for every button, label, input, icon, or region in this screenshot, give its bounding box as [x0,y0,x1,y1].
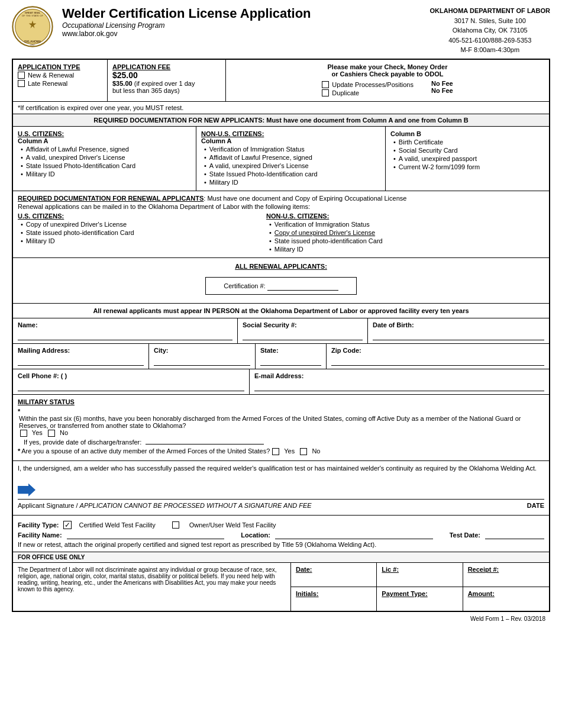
q2-inline: Yes No [272,447,320,455]
svg-text:GREAT SEAL: GREAT SEAL [25,11,41,14]
discharge-input[interactable] [146,444,264,444]
sig-date-label: DATE [527,502,544,509]
q1-yes-checkbox[interactable] [20,430,27,437]
duplicate-option[interactable]: Duplicate [322,89,414,96]
q2-yes-checkbox[interactable] [272,448,279,455]
all-renewal-header: ALL RENEWAL APPLICANTS: [18,263,544,270]
renewal-us-list: Copy of unexpired Driver's License State… [18,221,266,244]
non-us-doc-2: Affidavit of Lawful Presence, signed [204,154,380,161]
duplicate-checkbox[interactable] [322,89,329,96]
state-input-line[interactable] [260,356,321,366]
renewal-us-doc-2: State issued photo-identification Card [21,229,266,236]
dob-label: Date of Birth: [373,321,544,328]
ssn-input-line[interactable] [243,331,363,340]
cert-weld-checkbox[interactable]: ✓ [63,521,72,529]
arrow-icon [18,484,35,497]
app-type-fee-row: APPLICATION TYPE New & Renewal Late Rene… [13,60,549,102]
q1-inline: Yes No [20,429,68,437]
facility-name-input[interactable] [67,531,225,539]
cert-label: Certification #: [224,282,265,289]
discharge-row: If yes, provide date of discharge/transf… [24,439,544,446]
agency-info: OKLAHOMA DEPARTMENT OF LABOR 3017 N. Sti… [430,6,550,55]
state-label: State: [260,347,321,354]
cert-number-input[interactable] [267,281,338,291]
zip-label: Zip Code: [331,347,544,354]
renewal-non-us-doc-2: Copy of unexpired Driver's License [269,229,544,236]
test-date-input[interactable] [485,531,544,539]
q2-star: * [18,447,20,455]
amount-value[interactable] [468,597,544,608]
renewal-header-text: REQUIRED DOCUMENTATION FOR RENEWAL APPLI… [18,195,544,202]
app-type-col: APPLICATION TYPE New & Renewal Late Rene… [13,60,108,101]
cert-weld-checkbox-wrap: ✓ [63,521,72,529]
arrow-area [18,484,544,497]
phone-input-line[interactable] [18,382,244,391]
military-q1-row: * Within the past six (6) months, have y… [18,408,544,437]
late-renewal-checkbox[interactable] [18,80,25,87]
disclaimer-text: The Department of Labor will not discrim… [18,566,276,592]
fee-alt-note2: but less than 365 days) [112,87,221,94]
address-input-line[interactable] [18,356,144,366]
state-seal-logo: GREAT SEAL OF THE STATE OF OKLAHOMA 1907 [12,6,53,47]
no-fee-col: No Fee No Fee [431,80,453,98]
payment-note: Please make your Check, Money Order [328,63,448,70]
app-payment-col: Please make your Check, Money Order or C… [226,60,549,101]
q1-no-label: No [60,429,68,436]
update-option[interactable]: Update Processes/Positions [322,81,414,88]
email-input-line[interactable] [254,382,544,391]
update-checkbox[interactable] [322,81,329,88]
payment-options-col: Update Processes/Positions Duplicate [322,80,414,98]
col-b-doc-3: A valid, unexpired passport [393,155,529,162]
facility-type-row: Facility Type: ✓ Certified Weld Test Fac… [18,521,544,529]
col-b-doc-list: Birth Certificate Social Security Card A… [390,138,529,170]
facility-section: Facility Type: ✓ Certified Weld Test Fac… [13,516,549,552]
date-value[interactable] [296,573,372,584]
non-us-citizens-col: NON-U.S. CITIZENS: Column A Verification… [196,127,386,191]
lic-value[interactable] [382,573,457,584]
fee-amount: $25.00 [112,70,221,80]
fee-alt-note: (if expired over 1 day [134,80,195,87]
renewal-us-label: U.S. CITIZENS: [18,212,266,220]
facility-note: If new or retest, attach the original pr… [18,541,544,548]
city-label: City: [154,347,250,354]
non-us-citizens-label: NON-U.S. CITIZENS: [201,130,380,137]
col-b-label: Column B [390,130,529,137]
owner-weld-checkbox[interactable] [172,521,179,529]
location-input[interactable] [275,531,433,539]
payment-type-cell: Payment Type: [377,587,463,611]
address-label: Mailing Address: [18,347,144,354]
payment-note2: or Cashiers Check payable to ODOL [332,70,444,78]
email-label: E-mail Address: [254,372,544,379]
app-fee-label: APPLICATION FEE [112,63,221,70]
military-title: MILITARY STATUS [18,398,544,405]
new-renewal-option[interactable]: New & Renewal [18,72,102,79]
name-input-line[interactable] [18,331,232,340]
renewal-header-label: REQUIRED DOCUMENTATION FOR RENEWAL APPLI… [18,195,204,202]
col-b: Column B Birth Certificate Social Securi… [386,127,534,191]
col-b-doc-4: Current W-2 form/1099 form [393,163,529,170]
payment-type-value[interactable] [382,597,457,608]
late-renewal-option[interactable]: Late Renewal [18,80,102,87]
email-cell: E-mail Address: [250,369,549,394]
q2-no-checkbox[interactable] [300,448,307,455]
us-doc-1: Affidavit of Lawful Presence, signed [21,146,191,153]
for-office-header: FOR OFFICE USE ONLY [13,552,549,563]
dob-input-line[interactable] [373,331,544,340]
phone-cell: Cell Phone #: ( ) [13,369,250,394]
test-date-label: Test Date: [450,531,480,539]
non-us-doc-3: A valid, unexpired Driver's License [204,162,380,169]
name-ssn-dob-row: Name: Social Security #: Date of Birth: [13,318,549,344]
date-cell: Date: [291,563,377,587]
initials-value[interactable] [296,597,372,608]
city-input-line[interactable] [154,356,250,366]
date-label: Date: [296,566,312,573]
us-citizens-label: U.S. CITIZENS: [18,130,191,137]
cert-weld-label: Certified Weld Test Facility [79,521,155,529]
receipt-value[interactable] [468,573,544,584]
zip-input-line[interactable] [331,356,544,366]
new-renewal-checkbox[interactable] [18,72,25,79]
q1-no-checkbox[interactable] [48,430,55,437]
amount-label: Amount: [468,590,495,597]
warning-row: *If certification is expired over one ye… [13,102,549,114]
citizens-row: U.S. CITIZENS: Column A Affidavit of Law… [13,127,549,191]
